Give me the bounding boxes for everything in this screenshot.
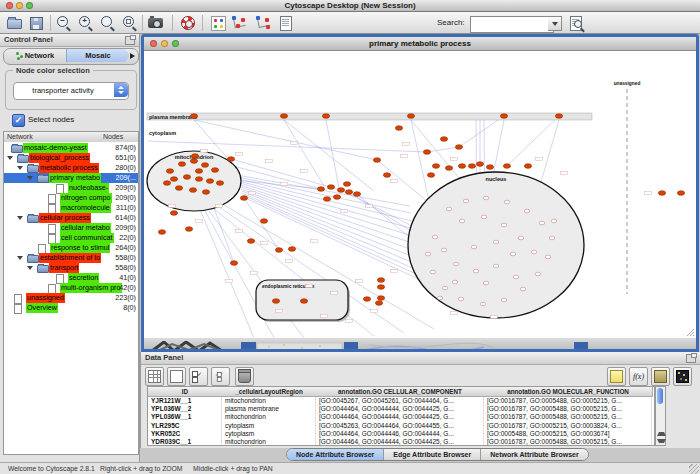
table-header-1[interactable]: _cellularLayoutRegion xyxy=(222,387,317,397)
gene-node[interactable] xyxy=(166,169,173,174)
gene-node[interactable] xyxy=(190,114,197,119)
gene-node[interactable] xyxy=(455,145,462,150)
tree-row-primary-metabo[interactable]: primary metabo209(... xyxy=(4,173,138,183)
table-cell[interactable]: [GO:0044464, GO:0044444, GO:0044425, G..… xyxy=(316,413,484,421)
gene-node[interactable] xyxy=(468,164,475,169)
edge[interactable] xyxy=(238,177,411,213)
table-cell[interactable]: [GO:0044464, GO:0044444, GO:0044425, G..… xyxy=(316,438,484,446)
nucleus-node[interactable] xyxy=(458,297,464,301)
table-header-2[interactable]: annotation.GO CELLULAR_COMPONENT xyxy=(316,387,485,397)
gene-node[interactable] xyxy=(195,177,202,182)
nucleus-node[interactable] xyxy=(513,275,519,279)
formula-builder-icon[interactable]: f(x) xyxy=(629,367,648,386)
scroll-up-icon[interactable] xyxy=(657,432,666,436)
gene-node[interactable] xyxy=(183,175,190,180)
gene-node[interactable] xyxy=(343,182,350,187)
gene-node[interactable] xyxy=(458,164,465,169)
nucleus-node[interactable] xyxy=(524,209,530,213)
gene-node[interactable] xyxy=(486,165,493,170)
edge[interactable] xyxy=(199,207,254,338)
tree-row-cellular-metabo[interactable]: cellular metabo209(0) xyxy=(4,223,138,233)
gene-node[interactable] xyxy=(240,196,247,201)
gene-node[interactable] xyxy=(377,285,384,290)
nucleus-node[interactable] xyxy=(453,262,459,266)
table-cell[interactable]: mitochondrion xyxy=(222,438,316,446)
scrollbar-thumb[interactable] xyxy=(657,388,663,404)
nucleus-node[interactable] xyxy=(452,280,458,284)
edge[interactable] xyxy=(377,160,427,201)
disclosure-triangle-icon[interactable] xyxy=(7,156,13,160)
nucleus-node[interactable] xyxy=(432,235,438,239)
disclosure-triangle-icon[interactable] xyxy=(27,266,33,270)
gene-node[interactable] xyxy=(476,162,483,167)
gene-node[interactable] xyxy=(288,247,295,252)
nucleus-node[interactable] xyxy=(437,296,443,300)
gene-node[interactable] xyxy=(327,185,334,190)
tree-row-metabolic-process[interactable]: metabolic process280(0) xyxy=(4,163,138,173)
tree-row-biological-process[interactable]: biological_process651(0) xyxy=(4,153,138,163)
gene-node[interactable] xyxy=(185,227,192,232)
nucleus-node[interactable] xyxy=(430,270,436,274)
nucleus-node[interactable] xyxy=(483,281,489,285)
zoom-selected-region-icon[interactable] xyxy=(100,15,117,31)
tree-row-secretion[interactable]: secretion41(0) xyxy=(4,273,138,283)
gene-node[interactable] xyxy=(178,162,185,167)
save-session-icon[interactable] xyxy=(28,15,45,31)
tree-row-cellular-process[interactable]: cellular process614(0) xyxy=(4,213,138,223)
nucleus-node[interactable] xyxy=(501,223,507,227)
gene-node[interactable] xyxy=(500,114,507,119)
tree-row-cell-communicat[interactable]: cell communicat22(0) xyxy=(4,233,138,243)
delete-attribute-icon[interactable] xyxy=(235,367,254,386)
tree-row-overview[interactable]: Overview8(0) xyxy=(4,303,138,313)
gene-node[interactable] xyxy=(503,164,510,169)
gene-node[interactable] xyxy=(440,137,447,142)
gene-node[interactable] xyxy=(555,114,562,119)
table-cell[interactable]: [GO:0005488, GO:0005215, GO:0003674] xyxy=(484,430,652,438)
table-header-3[interactable]: annotation.GO MOLECULAR_FUNCTION xyxy=(484,387,653,397)
nucleus-node[interactable] xyxy=(483,196,489,200)
edge[interactable] xyxy=(507,116,559,166)
table-cell[interactable]: YDR039C__1 xyxy=(148,438,222,446)
tree-row-establishment-of-lo[interactable]: establishment of lo558(0) xyxy=(4,253,138,263)
nucleus-node[interactable] xyxy=(549,236,555,240)
node-color-combo[interactable]: transporter activity xyxy=(13,82,129,100)
gene-node[interactable] xyxy=(377,278,384,283)
nucleus-node[interactable] xyxy=(520,287,526,291)
zoom-fit-icon[interactable] xyxy=(122,15,139,31)
nucleus-node[interactable] xyxy=(473,269,479,273)
gene-node[interactable] xyxy=(363,297,370,302)
gene-node[interactable] xyxy=(202,190,209,195)
gene-node[interactable] xyxy=(375,301,382,306)
tab-mosaic[interactable]: Mosaic xyxy=(66,49,129,62)
tab-edge-attribute-browser[interactable]: Edge Attribute Browser xyxy=(384,449,481,460)
table-cell[interactable]: [GO:0016787, GO:0005215, GO:0003824, G..… xyxy=(484,422,652,430)
edge[interactable] xyxy=(240,185,418,245)
gene-node[interactable] xyxy=(201,163,208,168)
edge[interactable] xyxy=(326,120,339,188)
edge[interactable] xyxy=(349,192,414,233)
table-cell[interactable]: YPL036W__2 xyxy=(148,405,222,413)
select-nodes-checkbox[interactable]: ✓ xyxy=(12,114,25,127)
gene-node[interactable] xyxy=(195,169,202,174)
nucleus-node[interactable] xyxy=(510,252,516,256)
gene-node[interactable] xyxy=(272,299,279,304)
float-panel-icon[interactable] xyxy=(125,36,135,45)
gene-node[interactable] xyxy=(658,191,665,196)
zoom-in-icon[interactable]: + xyxy=(78,15,95,31)
gene-node[interactable] xyxy=(170,211,177,216)
gene-node[interactable] xyxy=(524,164,531,169)
edge[interactable] xyxy=(459,116,504,147)
edge[interactable] xyxy=(194,120,377,160)
gene-node[interactable] xyxy=(206,179,213,184)
nucleus-node[interactable] xyxy=(551,219,557,223)
edge[interactable] xyxy=(341,190,412,226)
disclosure-triangle-icon[interactable] xyxy=(27,176,33,180)
more-tabs-arrow-icon[interactable] xyxy=(130,53,135,59)
disclosure-triangle-icon[interactable] xyxy=(17,166,23,170)
gene-node[interactable] xyxy=(377,296,384,301)
network-window-titlebar[interactable]: primary metabolic process xyxy=(144,37,696,51)
new-network-all-edges-icon[interactable] xyxy=(232,15,249,31)
table-scrollbar[interactable] xyxy=(655,386,666,446)
tree-row-nucleobase-[interactable]: nucleobase-209(0) xyxy=(4,183,138,193)
table-cell[interactable]: mitochondrion xyxy=(222,397,316,405)
